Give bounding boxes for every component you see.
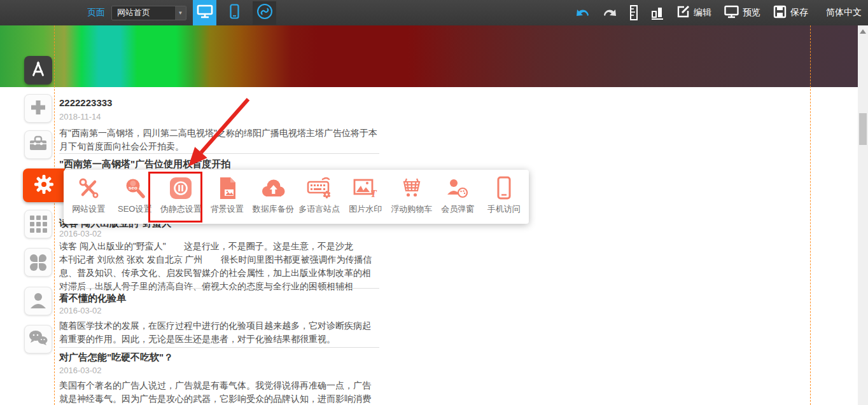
menu-item-label: 背景设置: [211, 203, 244, 215]
preview-button[interactable]: 预览: [724, 5, 760, 20]
edit-label: 编辑: [694, 7, 711, 18]
article-body: 随着医学技术的发展，在医疗过程中进行的化验项目越来越多，它对诊断疾病起着重要的作…: [59, 319, 379, 346]
menu-item-site-settings[interactable]: 网站设置: [66, 175, 112, 215]
wechat-icon: [28, 330, 48, 349]
seo-search-icon: seo: [123, 175, 146, 201]
menu-item-label: 浮动购物车: [391, 203, 432, 215]
article-title: 2222223333: [59, 97, 379, 108]
desktop-view-button[interactable]: [193, 0, 216, 25]
sidebar-item-wechat[interactable]: [24, 325, 52, 354]
menu-item-label: 会员弹窗: [441, 203, 474, 215]
menu-item-label: 图片水印: [349, 203, 382, 215]
topbar: 页面 网站首页 ▼: [0, 0, 868, 25]
menu-item-database-backup[interactable]: 数据库备份: [250, 175, 297, 215]
sidebar-item-add[interactable]: [24, 94, 52, 123]
preview-label: 预览: [743, 7, 760, 18]
toolbox-icon: [29, 135, 48, 154]
sidebar-item-toolbox[interactable]: [24, 130, 52, 159]
menu-item-image-watermark[interactable]: T 图片水印: [342, 175, 389, 215]
menu-item-mobile-access[interactable]: 手机访问: [481, 175, 528, 215]
menu-item-background-settings[interactable]: 背景设置: [204, 175, 251, 215]
article-divider: [59, 153, 379, 154]
settings-popup-menu: 网站设置 seo SEO设置 伪静态设置: [64, 170, 529, 224]
grid-icon: [30, 216, 47, 233]
save-floppy-icon: [773, 5, 787, 20]
svg-text:seo: seo: [129, 185, 137, 191]
menu-item-multilanguage-site[interactable]: 多语言站点: [297, 175, 343, 215]
link-icon: [256, 3, 274, 23]
menu-item-label: 网站设置: [72, 203, 105, 215]
user-icon: [29, 291, 47, 312]
scrollbar-thumb[interactable]: [859, 113, 867, 145]
chevron-down-icon: ▼: [174, 6, 186, 20]
save-button[interactable]: 保存: [773, 5, 808, 20]
cloud-backup-icon: [260, 175, 286, 201]
member-popup-icon: [445, 175, 470, 201]
shopping-cart-icon: [400, 175, 423, 201]
menu-item-label: 数据库备份: [253, 203, 294, 215]
ruler-icon: [629, 5, 638, 20]
edit-button[interactable]: 编辑: [676, 5, 711, 20]
banner-gradient: [0, 25, 858, 87]
menu-item-label: 多语言站点: [298, 203, 340, 215]
page-select-dropdown[interactable]: 网站首页 ▼: [111, 6, 186, 20]
guide-line-left: [54, 25, 55, 405]
save-label: 保存: [790, 7, 808, 18]
language-label: 简体中文: [826, 7, 862, 18]
sidebar-item-components[interactable]: [24, 248, 52, 277]
keyboard-language-icon: [306, 175, 333, 201]
svg-text:T: T: [370, 188, 377, 199]
article-title: 看不懂的化验单: [59, 292, 379, 305]
article-date: 2016-03-02: [59, 366, 379, 375]
sidebar-item-modules[interactable]: [24, 210, 52, 238]
page-label: 页面: [87, 7, 105, 18]
clover-icon: [30, 254, 46, 271]
ruler-button[interactable]: [629, 5, 638, 20]
redo-icon: [603, 7, 617, 18]
undo-icon: [576, 7, 590, 18]
article-body: 读客 闯入出版业的"野蛮人" 这是行业，不是圈子。这是生意，不是沙龙 本刊记者 …: [59, 240, 379, 293]
scrollbar[interactable]: [858, 25, 868, 405]
article-body: 有"西南第一高钢塔，四川第二高电视塔"之称的绵阳广播电视塔主塔广告位将于本月下旬…: [59, 127, 379, 153]
article-date: 2018-11-14: [59, 112, 379, 121]
undo-button[interactable]: [576, 7, 590, 18]
page-link-button[interactable]: [253, 1, 276, 25]
mobile-phone-icon: [230, 4, 239, 22]
page-select-value: 网站首页: [117, 7, 150, 18]
sidebar-item-settings-active[interactable]: [23, 168, 65, 202]
article-date: 2016-03-02: [59, 229, 379, 238]
bar-chart-icon: [651, 6, 664, 20]
sidebar-item-member[interactable]: [24, 287, 52, 315]
menu-item-label: 手机访问: [487, 203, 521, 215]
scrollbar-up-arrow-icon[interactable]: [860, 29, 866, 34]
mobile-access-icon: [496, 175, 512, 201]
menu-item-floating-cart[interactable]: 浮动购物车: [389, 175, 435, 215]
article-title: 对广告怎能"吃硬不吃软"？: [59, 352, 379, 364]
edit-pencil-icon: [676, 5, 690, 20]
statistics-button[interactable]: [651, 6, 664, 20]
article-divider: [59, 347, 379, 348]
annotation-highlight-box: [148, 172, 202, 223]
image-watermark-icon: T: [353, 175, 378, 201]
article-body: 美国有个著名的广告人说过，广告就是有毒气体。我觉得说得再准确一点，广告就是神经毒…: [59, 379, 379, 405]
gear-icon: [33, 174, 55, 198]
mobile-view-button[interactable]: [223, 0, 246, 25]
article-date: 2016-03-02: [59, 306, 379, 315]
menu-item-member-popup[interactable]: 会员弹窗: [435, 175, 481, 215]
background-page-icon: [216, 175, 238, 201]
plus-icon: [29, 99, 47, 119]
article-title: "西南第一高钢塔"广告位使用权首度开拍: [59, 158, 379, 170]
article-divider: [59, 288, 379, 289]
redo-button[interactable]: [603, 7, 617, 18]
desktop-monitor-icon: [197, 4, 213, 22]
language-switcher[interactable]: 简体中文: [826, 7, 862, 18]
design-tools-icon: [29, 60, 48, 81]
preview-monitor-icon: [724, 5, 739, 20]
menu-item-label: SEO设置: [118, 203, 151, 215]
sidebar-item-design-logo[interactable]: [24, 56, 52, 85]
guide-line-right: [810, 25, 811, 405]
wrench-screwdriver-icon: [77, 175, 100, 201]
